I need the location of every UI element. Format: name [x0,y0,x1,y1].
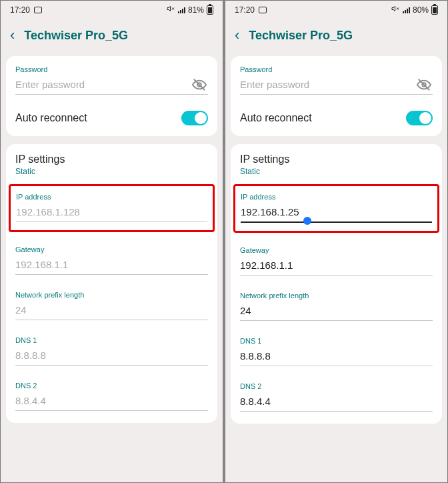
prefix-input[interactable] [15,302,208,320]
battery-percent: 81% [188,5,204,15]
back-icon[interactable]: ‹ [235,27,239,44]
auto-reconnect-toggle[interactable] [181,111,208,125]
ip-settings-heading: IP settings [15,153,208,165]
mute-icon [166,5,175,15]
battery-icon [431,5,438,15]
status-bar: 17:20 81% [1,1,223,17]
ip-address-input[interactable] [16,203,207,222]
page-title: Techwiser Pro_5G [249,29,353,43]
status-time: 17:20 [10,5,30,15]
status-time: 17:20 [235,5,255,15]
ip-address-highlight: IP address [9,184,215,232]
phone-screen-right: 17:20 80% ‹ Techwiser Pro_5G Password Au… [225,0,448,483]
app-bar: ‹ Techwiser Pro_5G [1,17,223,56]
page-title: Techwiser Pro_5G [24,29,128,43]
ip-settings-mode[interactable]: Static [15,167,208,176]
auto-reconnect-label: Auto reconnect [240,112,312,124]
ip-address-label: IP address [16,193,207,201]
picture-icon [34,7,42,13]
ip-settings-card: IP settings Static IP address Gateway Ne… [6,144,217,423]
auto-reconnect-toggle[interactable] [406,111,433,125]
battery-icon [207,5,213,15]
prefix-label: Network prefix length [15,291,208,299]
gateway-label: Gateway [15,246,208,254]
auto-reconnect-label: Auto reconnect [15,112,87,124]
gateway-input[interactable] [240,257,433,276]
password-input[interactable] [15,76,208,95]
ip-address-label: IP address [241,193,432,201]
signal-icon [403,7,410,13]
mute-icon [391,5,400,15]
credentials-card: Password Auto reconnect [6,56,217,136]
dns1-label: DNS 1 [15,336,208,344]
gateway-input[interactable] [15,256,208,275]
text-cursor-handle-icon[interactable] [303,217,311,225]
ip-settings-card: IP settings Static IP address Gateway Ne… [231,144,442,424]
ip-settings-mode[interactable]: Static [240,167,433,176]
dns1-input[interactable] [240,348,433,366]
gateway-label: Gateway [240,246,433,254]
battery-percent: 80% [413,5,429,15]
back-icon[interactable]: ‹ [10,27,15,44]
prefix-input[interactable] [240,302,433,321]
ip-address-input[interactable] [241,203,432,223]
status-bar: 17:20 80% [225,1,447,17]
ip-settings-heading: IP settings [240,153,433,165]
app-bar: ‹ Techwiser Pro_5G [225,17,447,56]
picture-icon [259,7,267,13]
password-input[interactable] [240,76,433,95]
prefix-label: Network prefix length [240,292,433,300]
dns2-label: DNS 2 [15,382,208,390]
visibility-off-icon[interactable] [417,77,431,95]
signal-icon [178,7,185,13]
dns1-input[interactable] [15,347,208,366]
ip-address-highlight: IP address [233,184,439,233]
visibility-off-icon[interactable] [192,77,207,95]
phone-screen-left: 17:20 81% ‹ Techwiser Pro_5G Password Au… [0,0,223,483]
password-label: Password [15,65,208,73]
dns1-label: DNS 1 [240,337,433,345]
dns2-label: DNS 2 [240,382,433,390]
dns2-input[interactable] [15,392,208,411]
password-label: Password [240,65,433,73]
dns2-input[interactable] [240,393,433,412]
credentials-card: Password Auto reconnect [231,56,442,136]
